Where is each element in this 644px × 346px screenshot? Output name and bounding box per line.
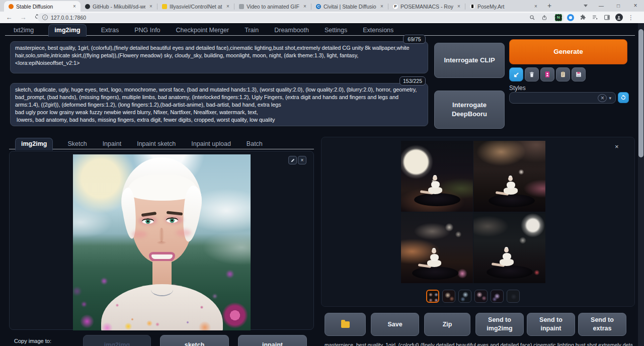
tab-title: Civitai | Stable Diffusion model... [324, 4, 376, 10]
styles-label: Styles [509, 84, 526, 92]
subtab-inpaint[interactable]: Inpaint [102, 138, 123, 149]
gallery-thumbnail-1[interactable] [426, 290, 439, 303]
gallery-thumbnail-5[interactable] [491, 290, 504, 303]
share-icon[interactable] [538, 15, 550, 21]
trash-icon [528, 71, 535, 78]
subtab-batch[interactable]: Batch [246, 138, 264, 149]
chevron-down-icon[interactable] [584, 5, 588, 7]
side-panel-icon[interactable] [601, 14, 613, 21]
interrogate-clip-button[interactable]: Interrogate CLIP [434, 43, 505, 78]
copy-to-inpaint-button[interactable]: inpaint [238, 335, 307, 346]
tab-title: Illyasviel/ControlNet at main [170, 4, 222, 10]
site-info-icon[interactable]: i [42, 15, 48, 20]
interrogate-deepbooru-button[interactable]: Interrogate DeepBooru [434, 91, 505, 129]
tab-dreambooth[interactable]: Dreambooth [273, 25, 310, 36]
edit-image-button[interactable] [288, 156, 297, 164]
send-to-img2img-button[interactable]: Send to img2img [475, 313, 524, 336]
tab-checkpoint-merger[interactable]: Checkpoint Merger [175, 25, 230, 36]
browser-tab-gif-converter[interactable]: Video to animated GIF converter × [234, 1, 311, 12]
tab-close-icon[interactable]: × [71, 4, 77, 9]
tab-close-icon[interactable]: × [302, 4, 308, 9]
tab-train[interactable]: Train [244, 25, 260, 36]
forward-icon[interactable]: → [18, 14, 28, 21]
zoom-page-icon[interactable] [526, 15, 538, 21]
extra-networks-button[interactable] [540, 67, 554, 81]
n-extension-icon[interactable]: N [552, 14, 565, 21]
refresh-styles-button[interactable] [618, 92, 629, 103]
tab-close-icon[interactable]: × [456, 4, 462, 9]
subtab-inpaint-upload[interactable]: Inpaint upload [190, 138, 232, 149]
window-minimize-button[interactable]: — [593, 3, 610, 9]
gallery-thumbnail-3[interactable] [458, 290, 471, 303]
prompt-input[interactable]: masterpiece, best quality, 1girl, (color… [10, 41, 428, 73]
rock [414, 193, 460, 206]
gallery-grid-cell-1 [401, 141, 473, 212]
styles-dropdown[interactable]: × ▾ [509, 92, 616, 104]
back-icon[interactable]: ← [4, 14, 14, 21]
rock [487, 266, 533, 279]
tab-close-icon[interactable]: × [379, 4, 385, 9]
folder-icon [341, 321, 350, 328]
media-controls-icon[interactable] [589, 14, 601, 21]
tab-extras[interactable]: Extras [100, 25, 120, 36]
extensions-puzzle-icon[interactable] [577, 14, 589, 21]
browser-menu-kebab-icon[interactable]: ⋮ [625, 14, 637, 21]
open-folder-button[interactable] [325, 313, 366, 336]
subtab-inpaint-sketch[interactable]: Inpaint sketch [136, 138, 177, 149]
browser-tab-posemyart[interactable]: PoseMy.Art × [465, 1, 542, 12]
save-button[interactable]: Save [371, 313, 419, 336]
window-maximize-button[interactable]: □ [610, 3, 627, 9]
page-scrollbar[interactable] [638, 23, 644, 346]
tab-close-icon[interactable]: × [225, 4, 231, 9]
save-style-button[interactable] [572, 67, 586, 81]
browser-tab-controlnet[interactable]: Illyasviel/ControlNet at main × [157, 1, 234, 12]
tab-settings[interactable]: Settings [324, 25, 348, 36]
address-bar[interactable]: i 127.0.0.1:7860 ☆ [37, 13, 565, 22]
tab-extensions[interactable]: Extensions [362, 25, 394, 36]
styles-caret-icon[interactable]: ▾ [609, 96, 611, 101]
negative-prompt-input[interactable]: sketch, duplicate, ugly, huge eyes, text… [10, 83, 428, 126]
browser-tab-civitai[interactable]: C Civitai | Stable Diffusion model... × [311, 1, 388, 12]
generate-button[interactable]: Generate [509, 39, 627, 64]
send-to-inpaint-button[interactable]: Send to inpaint [527, 313, 575, 336]
tab-png-info[interactable]: PNG Info [133, 25, 161, 36]
tab-img2img[interactable]: img2img [48, 24, 86, 37]
sd-webui: txt2img img2img Extras PNG Info Checkpoi… [0, 23, 644, 346]
remove-image-button[interactable]: × [298, 156, 306, 164]
send-to-extras-button[interactable]: Send to extras [578, 313, 626, 336]
tab-close-icon[interactable]: × [148, 4, 154, 9]
rock [412, 267, 458, 280]
tab-close-icon[interactable]: × [533, 4, 539, 9]
browser-tab-stable-diffusion[interactable]: Stable Diffusion × [4, 1, 80, 12]
zip-button[interactable]: Zip [424, 313, 470, 336]
window-close-button[interactable]: × [627, 2, 644, 9]
subtab-sketch[interactable]: Sketch [66, 138, 88, 149]
gallery-close-icon[interactable]: × [615, 143, 619, 150]
url-text[interactable]: 127.0.0.1:7860 [51, 15, 526, 21]
gallery-thumbnail-4[interactable] [474, 290, 488, 303]
gallery-thumbnail-6[interactable] [507, 290, 520, 303]
img2img-source-image[interactable] [73, 154, 251, 330]
blue-extension-icon[interactable] [565, 14, 577, 21]
browser-tab-github[interactable]: GitHub - Mikubill/sd-webui-co... × [80, 1, 157, 12]
figure-torso [430, 254, 439, 261]
main-nav-tabs: txt2img img2img Extras PNG Info Checkpoi… [13, 24, 394, 36]
styles-clear-icon[interactable]: × [598, 94, 607, 102]
copy-to-sketch-button[interactable]: sketch [160, 335, 229, 346]
negative-token-counter: 153/225 [399, 76, 426, 85]
figure-torso [503, 253, 511, 260]
gallery-thumbnail-2[interactable] [442, 290, 455, 303]
copy-image-to-label: Copy image to: [14, 338, 51, 344]
tab-txt2img[interactable]: txt2img [13, 25, 35, 36]
tab-title: PoseMy.Art [477, 4, 530, 10]
gallery-thumbnail-strip [426, 290, 527, 304]
paste-params-button[interactable]: ↙ [509, 67, 523, 81]
browser-tab-posemaniacs[interactable]: P POSEMANIACS - Royalty free 3... × [388, 1, 465, 12]
subtab-img2img[interactable]: img2img [15, 138, 53, 150]
profile-avatar[interactable] [613, 14, 625, 21]
scrollbar-thumb[interactable] [638, 29, 643, 157]
new-tab-button[interactable]: + [544, 1, 555, 11]
gallery-selected-image[interactable] [401, 141, 545, 283]
clear-prompt-trash-button[interactable] [525, 67, 539, 81]
apply-style-button[interactable] [556, 67, 570, 81]
